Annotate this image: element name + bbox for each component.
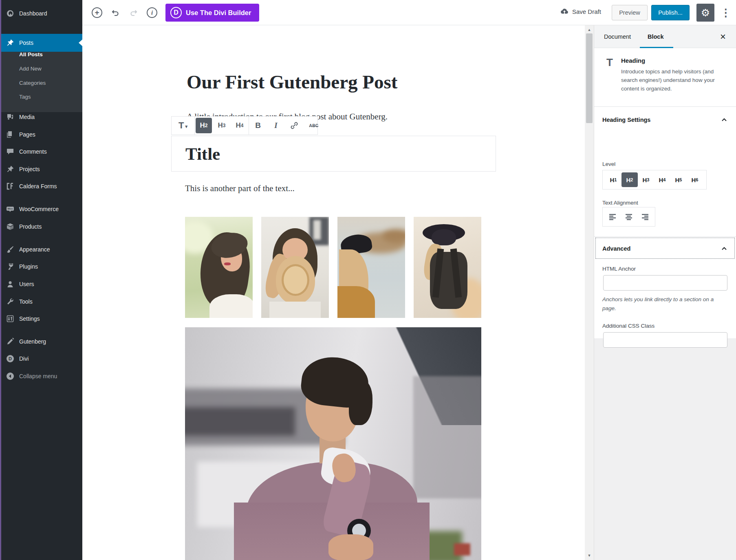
divi-d-letter: D [9, 356, 12, 361]
sidebar-item-divi[interactable]: D Divi [1, 351, 82, 366]
submenu-add-new[interactable]: Add New [19, 66, 42, 75]
h3-toolbar-button[interactable]: H3 [213, 117, 231, 134]
window-edge-strip [0, 0, 1, 560]
italic-button[interactable]: I [267, 117, 285, 134]
caldera-forms-icon [6, 182, 14, 190]
level-h3-button[interactable]: H3 [638, 172, 654, 187]
sidebar-item-plugins[interactable]: Plugins [1, 259, 82, 274]
align-center-button[interactable] [622, 209, 636, 224]
editor-canvas: Our First Gutenberg Post A little introd… [82, 25, 594, 560]
gallery-image-woman-straw-hat[interactable] [261, 217, 329, 318]
heading-block-text[interactable]: Title [185, 144, 220, 164]
scroll-down-arrow[interactable]: ▼ [585, 552, 594, 559]
save-draft-button[interactable]: Save Draft [560, 7, 601, 16]
tab-block[interactable]: Block [648, 25, 664, 48]
sidebar-item-posts[interactable]: Posts [1, 34, 82, 52]
block-card-title: Heading [621, 57, 645, 64]
block-inspector-panel: T Heading Introduce topics and help visi… [594, 48, 736, 338]
selected-heading-block[interactable]: Title [171, 136, 496, 172]
divi-button-label: Use The Divi Builder [186, 9, 251, 17]
sidebar-item-products[interactable]: Products [1, 219, 82, 234]
gallery-image-woman-dark-hair[interactable] [185, 217, 253, 318]
editor-header: + i D Use The Divi Builder Save Draft Pr… [82, 0, 736, 25]
preview-button[interactable]: Preview [612, 5, 648, 20]
sidebar-item-label: Plugins [19, 263, 38, 270]
woo-badge-text: Woo [8, 207, 13, 210]
undo-button[interactable] [110, 7, 121, 18]
level-h6-button[interactable]: H6 [687, 172, 703, 187]
gallery-image-woman-backpack[interactable] [414, 217, 481, 318]
link-button[interactable] [285, 117, 304, 134]
heading-settings-toggle[interactable]: Heading Settings [594, 110, 736, 130]
gallery-image-person-by-sea[interactable] [337, 217, 405, 318]
scrollbar-thumb[interactable] [586, 33, 593, 123]
publish-button[interactable]: Publish... [651, 5, 690, 20]
level-h2-button[interactable]: H2 [621, 172, 638, 187]
submenu-tags[interactable]: Tags [19, 94, 31, 103]
sidebar-item-label: Posts [19, 40, 33, 46]
link-icon [290, 121, 298, 130]
close-sidebar-button[interactable]: × [717, 31, 729, 42]
ellipsis-icon: ⋮ [721, 7, 731, 19]
image-block-man-portrait[interactable] [185, 327, 481, 560]
content-structure-button[interactable]: i [146, 7, 158, 18]
sidebar-item-appearance[interactable]: Appearance [1, 242, 82, 257]
block-type-dropdown[interactable]: T ▾ [172, 117, 194, 134]
bold-button[interactable]: B [249, 117, 267, 134]
comments-icon [6, 148, 14, 156]
submenu-categories[interactable]: Categories [19, 80, 46, 89]
heading-level-group: H2 H3 H4 [195, 117, 249, 134]
sidebar-item-tools[interactable]: Tools [1, 294, 82, 309]
submenu-all-posts[interactable]: All Posts [19, 51, 43, 60]
level-h1-button[interactable]: H1 [605, 172, 621, 187]
sidebar-item-media[interactable]: Media [1, 110, 82, 124]
heading-block-icon: T [606, 56, 613, 69]
sidebar-item-woocommerce[interactable]: Woo WooCommerce [1, 202, 82, 216]
sidebar-item-label: Collapse menu [19, 373, 57, 379]
editor-scrollbar[interactable]: ▲ ▼ [585, 25, 594, 560]
post-title[interactable]: Our First Gutenberg Post [187, 71, 397, 93]
settings-toggle-button[interactable]: ⚙ [696, 4, 714, 22]
css-class-label: Additional CSS Class [602, 323, 654, 329]
tab-document[interactable]: Document [604, 25, 631, 48]
sidebar-item-projects[interactable]: Projects [1, 162, 82, 176]
info-icon: i [147, 7, 157, 18]
chevron-up-icon [721, 117, 727, 123]
media-icon [6, 113, 14, 121]
sidebar-item-caldera-forms[interactable]: Caldera Forms [1, 179, 82, 194]
chevron-up-icon [721, 246, 727, 251]
align-left-button[interactable] [606, 209, 619, 224]
h4-toolbar-button[interactable]: H4 [231, 117, 249, 134]
settings-sidebar: Document Block × T Heading Introduce top… [594, 25, 736, 560]
align-center-icon [626, 214, 632, 220]
sidebar-item-dashboard[interactable]: Dashboard [1, 6, 82, 21]
strikethrough-button[interactable]: ABC [304, 117, 324, 134]
level-h5-button[interactable]: H5 [670, 172, 687, 187]
advanced-section-toggle[interactable]: Advanced [594, 236, 736, 260]
redo-button[interactable] [128, 7, 139, 18]
redo-icon [129, 8, 139, 18]
more-options-button[interactable]: ⋮ [719, 4, 733, 22]
use-divi-builder-button[interactable]: D Use The Divi Builder [165, 4, 259, 22]
additional-css-class-input[interactable] [603, 332, 727, 348]
h2-toolbar-button[interactable]: H2 [196, 118, 212, 133]
sidebar-item-pages[interactable]: Pages [1, 127, 82, 142]
sidebar-item-users[interactable]: Users [1, 277, 82, 291]
block-description-card: T Heading Introduce topics and help visi… [594, 48, 736, 107]
sidebar-item-collapse-menu[interactable]: Collapse menu [1, 369, 82, 384]
block-inserter-button[interactable]: + [91, 7, 103, 18]
settings-tabs: Document Block × [594, 25, 736, 48]
sidebar-item-label: Appearance [19, 246, 50, 253]
sidebar-item-label: Comments [19, 148, 47, 155]
html-anchor-input[interactable] [603, 275, 727, 291]
paragraph-block[interactable]: This is another part of the text... [185, 183, 295, 194]
sidebar-item-label: Settings [19, 315, 40, 322]
level-h4-button[interactable]: H4 [654, 172, 670, 187]
sidebar-item-gutenberg[interactable]: Gutenberg [1, 334, 82, 349]
collapse-arrow-icon [6, 372, 14, 380]
sidebar-item-settings[interactable]: Settings [1, 311, 82, 326]
scroll-up-arrow[interactable]: ▲ [585, 26, 594, 33]
user-icon [6, 280, 14, 288]
align-right-button[interactable] [638, 209, 652, 224]
sidebar-item-comments[interactable]: Comments [1, 144, 82, 159]
